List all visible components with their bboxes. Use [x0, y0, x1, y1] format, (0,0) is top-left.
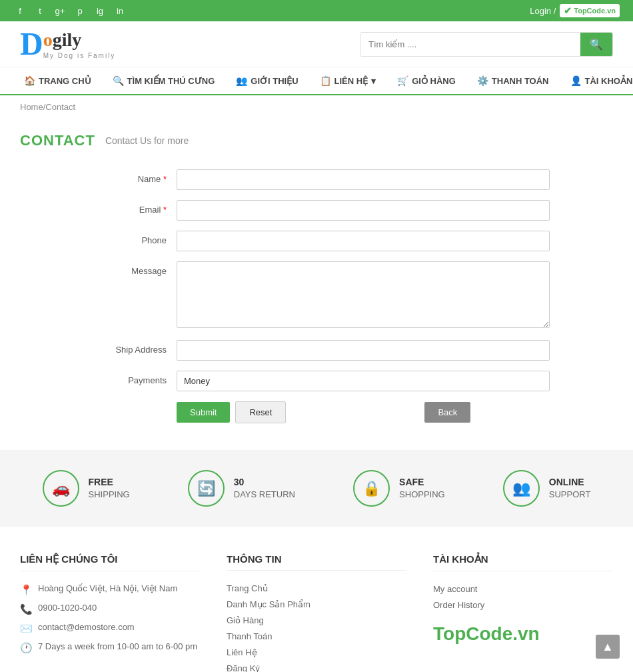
logo[interactable]: D ogily My Dog is Family — [20, 28, 115, 60]
feature-safe-shopping: 🔒 SAFE SHOPPING — [353, 470, 445, 507]
footer-contact-title: LIÊN HỆ CHÚNG TÔI — [20, 553, 200, 571]
topcode-icon: ✔ — [564, 5, 572, 16]
submit-button[interactable]: Submit — [177, 402, 230, 423]
nav-home-label: TRANG CHỦ — [39, 76, 91, 86]
contact-hours: 🕐 7 Days a week from 10-00 am to 6-00 pm — [20, 641, 200, 654]
scroll-top-button[interactable]: ▲ — [596, 635, 620, 659]
message-textarea[interactable] — [177, 261, 550, 328]
list-item: Order History — [433, 599, 613, 610]
nav-about-label: GIỚI THIỆU — [251, 76, 298, 86]
contact-subtitle: Contact Us for more — [105, 135, 189, 146]
ship-address-input[interactable] — [177, 340, 550, 361]
info-link-products[interactable]: Danh Mục Sản Phẩm — [227, 599, 311, 609]
list-item: Danh Mục Sản Phẩm — [227, 599, 406, 609]
home-icon: 🏠 — [24, 75, 35, 86]
account-icon: 👤 — [570, 75, 582, 86]
breadcrumb: Home/Contact — [0, 95, 633, 119]
search-input[interactable] — [360, 33, 580, 56]
message-label: Message — [83, 261, 177, 276]
form-row-phone: Phone — [83, 231, 550, 251]
linkedin-icon-top[interactable]: in — [113, 4, 127, 17]
form-row-name: Name * — [83, 169, 550, 190]
feature-return-title: 30 — [234, 476, 295, 489]
info-link-checkout[interactable]: Thanh Toán — [227, 631, 272, 641]
back-button[interactable]: Back — [424, 402, 470, 423]
account-link-myaccount[interactable]: My account — [433, 584, 477, 594]
nav-cart-label: GIỎ HÀNG — [412, 76, 456, 86]
info-link-register[interactable]: Đăng Ký — [227, 663, 260, 672]
breadcrumb-home[interactable]: Home — [20, 102, 43, 112]
logo-main: D ogily My Dog is Family — [20, 28, 115, 60]
google-plus-icon-top[interactable]: g+ — [53, 4, 67, 17]
email-input[interactable] — [177, 200, 550, 221]
phone-input[interactable] — [177, 231, 550, 251]
nav-account[interactable]: 👤 TÀI KHOẢN — [560, 67, 634, 95]
nav-search-label: TÌM KIẾM THÚ CƯNG — [127, 76, 215, 86]
instagram-icon-top[interactable]: ig — [93, 4, 107, 17]
pinterest-icon-top[interactable]: p — [73, 4, 87, 17]
clock-icon: 🕐 — [20, 642, 33, 654]
list-item: Giỏ Hàng — [227, 615, 406, 625]
footer: LIÊN HỆ CHÚNG TÔI 📍 Hoàng Quốc Việt, Hà … — [0, 527, 633, 672]
nav-contact[interactable]: 📋 LIÊN HỆ ▾ — [309, 67, 387, 95]
contact-address-text: Hoàng Quốc Việt, Hà Nội, Việt Nam — [38, 583, 177, 593]
info-link-contact[interactable]: Liên Hệ — [227, 647, 257, 657]
nav-about[interactable]: 👥 GIỚI THIỆU — [225, 67, 309, 95]
form-row-message: Message — [83, 261, 550, 330]
nav-home[interactable]: 🏠 TRANG CHỦ — [13, 67, 102, 95]
info-link-cart[interactable]: Giỏ Hàng — [227, 615, 264, 625]
search-button[interactable]: 🔍 — [580, 33, 612, 56]
form-row-email: Email * — [83, 200, 550, 221]
name-required: * — [163, 174, 167, 184]
feature-online-support: 👥 ONLINE SUPPORT — [503, 470, 591, 507]
social-links-top: f t g+ p ig in — [13, 4, 127, 17]
contact-icon: 📋 — [320, 75, 331, 86]
search-bar: 🔍 — [360, 32, 613, 57]
payments-field-wrapper — [177, 371, 550, 391]
message-field-wrapper — [177, 261, 550, 330]
nav-account-label: TÀI KHOẢN — [585, 76, 633, 86]
contact-email: ✉️ contact@demostore.com — [20, 622, 200, 635]
cart-icon: 🛒 — [397, 75, 408, 86]
search-icon: 🔍 — [113, 75, 124, 86]
location-icon: 📍 — [20, 584, 33, 596]
info-link-home[interactable]: Trang Chủ — [227, 583, 268, 593]
topcode-badge: ✔ TopCode.vn — [560, 4, 620, 17]
footer-account-list: My account Order History — [433, 583, 613, 610]
logo-tagline: My Dog is Family — [43, 52, 116, 59]
facebook-icon-top[interactable]: f — [13, 4, 27, 17]
about-icon: 👥 — [236, 75, 247, 86]
top-bar-right: Login / ✔ TopCode.vn — [530, 4, 620, 17]
form-row-ship-address: Ship Address — [83, 340, 550, 361]
email-field-wrapper — [177, 200, 550, 221]
navigation: 🏠 TRANG CHỦ 🔍 TÌM KIẾM THÚ CƯNG 👥 GIỚI T… — [0, 67, 633, 95]
feature-30-days: 🔄 30 DAYS RETURN — [188, 470, 295, 507]
twitter-icon-top[interactable]: t — [33, 4, 47, 17]
feature-support-sub: SUPPORT — [549, 489, 591, 501]
nav-contact-label: LIÊN HỆ — [334, 76, 368, 86]
feature-return-sub: DAYS RETURN — [234, 489, 295, 501]
feature-safe-sub: SHOPPING — [399, 489, 445, 501]
header: D ogily My Dog is Family 🔍 — [0, 21, 633, 67]
feature-free-shipping: 🚗 FREE SHIPPING — [43, 470, 130, 507]
feature-shipping-title: FREE — [89, 476, 130, 489]
feature-return-text: 30 DAYS RETURN — [234, 476, 295, 501]
car-icon: 🚗 — [43, 470, 79, 507]
reset-button[interactable]: Reset — [235, 401, 286, 423]
nav-checkout[interactable]: ⚙️ THANH TOÁN — [466, 67, 560, 95]
topcode-label: TopCode.vn — [574, 7, 616, 15]
email-required: * — [163, 205, 167, 215]
payments-input[interactable] — [177, 371, 550, 391]
contact-form: Name * Email * Phone Message — [83, 169, 550, 423]
top-bar: f t g+ p ig in Login / ✔ TopCode.vn — [0, 0, 633, 21]
name-input[interactable] — [177, 169, 550, 190]
nav-search-pet[interactable]: 🔍 TÌM KIẾM THÚ CƯNG — [102, 67, 226, 95]
contact-phone: 📞 0900-1020-040 — [20, 603, 200, 615]
support-icon: 👥 — [503, 470, 540, 507]
footer-account-col: TÀI KHOẢN My account Order History TopCo… — [433, 553, 613, 672]
ship-address-field-wrapper — [177, 340, 550, 361]
topcode-footer-brand: TopCode.vn — [433, 623, 613, 645]
nav-cart[interactable]: 🛒 GIỎ HÀNG — [386, 67, 466, 95]
list-item: Thanh Toán — [227, 631, 406, 641]
account-link-orders[interactable]: Order History — [433, 600, 484, 610]
